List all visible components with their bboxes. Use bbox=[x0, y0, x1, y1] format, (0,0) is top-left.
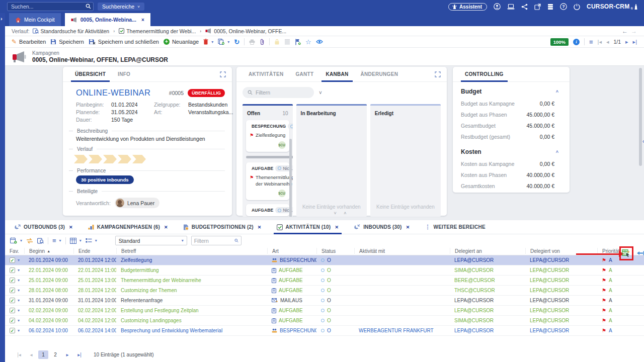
phase-chevron[interactable] bbox=[118, 155, 131, 163]
expand-icon[interactable] bbox=[220, 71, 226, 77]
tab-aenderungen[interactable]: ÄNDERUNGEN bbox=[355, 67, 405, 82]
global-search-input[interactable] bbox=[7, 2, 94, 11]
save-close-button[interactable]: Speichern und schließen bbox=[89, 39, 159, 45]
attachment-button[interactable] bbox=[260, 39, 265, 45]
next-page-icon[interactable]: ▸ bbox=[625, 39, 628, 45]
col-art[interactable]: Art bbox=[267, 248, 316, 254]
search-icon[interactable] bbox=[86, 4, 91, 9]
responsible-person-chip[interactable]: Lena Pauer bbox=[115, 198, 159, 208]
tab-controlling[interactable]: CONTROLLING bbox=[459, 67, 510, 82]
search-areas-button[interactable]: Suchbereiche ˅ bbox=[98, 3, 144, 11]
tab-aktivitaeten[interactable]: AKTIVITÄTEN (10)✕ bbox=[277, 220, 339, 234]
table-view-button[interactable]: ▾ bbox=[70, 238, 82, 244]
logout-icon[interactable] bbox=[574, 4, 580, 10]
row-menu-caret[interactable]: ▾ bbox=[18, 328, 20, 333]
fav-checkbox[interactable]: ✓ bbox=[10, 278, 15, 283]
fav-checkbox[interactable]: ✓ bbox=[10, 328, 15, 333]
main-scrollbar[interactable] bbox=[639, 68, 642, 166]
vertical-scrollbar[interactable] bbox=[289, 139, 292, 217]
watch-button[interactable] bbox=[316, 39, 323, 44]
tab-gantt[interactable]: GANTT bbox=[289, 67, 319, 82]
table-row[interactable]: ✓▾06.02.2024 10:0006.02.2024 14:00Bespre… bbox=[5, 326, 644, 336]
share-icon[interactable] bbox=[521, 4, 528, 10]
fav-checkbox[interactable]: ✓ bbox=[10, 308, 15, 313]
col-betreff[interactable]: Betreff bbox=[116, 248, 267, 254]
last-page-icon[interactable]: ▸| bbox=[633, 39, 637, 45]
list-view-button[interactable]: ▾ bbox=[86, 238, 97, 243]
tab-inbounds[interactable]: INBOUNDS (30)✕ bbox=[354, 220, 410, 234]
copy-button[interactable]: ▾ bbox=[218, 39, 229, 45]
info-icon[interactable]: i bbox=[573, 39, 580, 45]
page-button-1[interactable]: 1 bbox=[38, 350, 48, 359]
layers-button[interactable] bbox=[284, 39, 290, 45]
table-row[interactable]: ✓▾02.02.2024 09:0002.02.2024 12:00Erstel… bbox=[5, 306, 644, 316]
view-select[interactable]: Standard ▾ bbox=[115, 236, 187, 245]
close-icon[interactable]: ✕ bbox=[69, 225, 73, 230]
lock-button[interactable] bbox=[274, 39, 280, 45]
row-menu-caret[interactable]: ▾ bbox=[18, 288, 20, 293]
close-icon[interactable]: ✕ bbox=[335, 225, 339, 230]
page-button-2[interactable]: 2 bbox=[50, 350, 60, 359]
tab-info[interactable]: INFO bbox=[112, 67, 136, 82]
menu-button[interactable]: ≡▾ bbox=[52, 237, 61, 244]
scroll-up-down-icons[interactable]: ˅ ˄ bbox=[334, 211, 349, 216]
group-kosten[interactable]: Kosten˄ bbox=[453, 142, 570, 158]
col-delegiert-an[interactable]: Delegiert an bbox=[450, 248, 525, 254]
fav-checkbox[interactable]: ✓ bbox=[10, 257, 15, 263]
row-menu-caret[interactable]: ▾ bbox=[18, 318, 20, 323]
fav-checkbox[interactable]: ✓ bbox=[10, 318, 15, 323]
table-row[interactable]: ✓▾25.01.2024 09:0025.01.2024 13:00Themen… bbox=[5, 276, 644, 286]
print-button[interactable] bbox=[249, 39, 255, 45]
edit-button[interactable]: ✎ Bearbeiten bbox=[12, 38, 46, 45]
new-record-button[interactable]: + Neuanlage bbox=[164, 39, 199, 45]
database-icon[interactable] bbox=[547, 4, 553, 10]
breadcrumb-item-search[interactable]: Standardsuche für Aktivitäten bbox=[33, 28, 110, 34]
horizontal-scrollbar[interactable] bbox=[246, 156, 293, 158]
device-icon[interactable] bbox=[507, 4, 515, 10]
close-icon[interactable]: ✕ bbox=[406, 225, 410, 230]
favorite-button[interactable]: ☆ bbox=[305, 38, 311, 46]
tab-uebersicht[interactable]: ÜBERSICHT bbox=[69, 67, 112, 82]
close-icon[interactable]: ✕ bbox=[164, 225, 168, 230]
save-button[interactable]: Speichern bbox=[50, 39, 84, 45]
row-menu-caret[interactable]: ▾ bbox=[18, 268, 20, 273]
breadcrumb-item-campaign[interactable]: 0005, Online-Webinar, OFFE... bbox=[205, 28, 286, 34]
close-icon[interactable]: ✕ bbox=[258, 225, 262, 230]
tab-mein-cockpit[interactable]: Mein Cockpit bbox=[9, 13, 61, 26]
refresh-button[interactable]: ↻ bbox=[234, 38, 239, 46]
phase-chevron[interactable] bbox=[74, 155, 88, 163]
new-activity-button[interactable]: ▾ bbox=[10, 237, 22, 244]
col-status[interactable]: Status bbox=[316, 248, 354, 254]
history-back-icon[interactable]: ← bbox=[622, 28, 628, 35]
row-menu-caret[interactable]: ▾ bbox=[18, 308, 20, 313]
prev-page-icon[interactable]: ◂ bbox=[26, 350, 36, 359]
tab-aktivitaeten[interactable]: AKTIVITÄTEN bbox=[243, 67, 289, 82]
table-row[interactable]: ✓▾04.02.2024 09:0004.02.2024 12:00Custom… bbox=[5, 316, 644, 326]
next-page-icon[interactable]: ▸ bbox=[62, 350, 72, 359]
table-row[interactable]: ✓▾31.01.2024 09:0031.01.2024 10:00Refere… bbox=[5, 296, 644, 306]
tab-outbounds[interactable]: OUTBOUNDS (3)✕ bbox=[14, 220, 73, 234]
table-row[interactable]: ✓▾28.01.2024 08:0028.01.2024 12:00Custom… bbox=[5, 286, 644, 296]
close-icon[interactable]: × bbox=[141, 17, 144, 23]
table-row[interactable]: ✓▾22.01.2024 09:0022.01.2024 11:00Budget… bbox=[5, 265, 644, 276]
phase-chevron[interactable] bbox=[132, 155, 146, 163]
expand-sidebar-icon[interactable]: › bbox=[1, 16, 3, 22]
collapse-panel-icon[interactable]: ‹ bbox=[642, 137, 644, 145]
tab-weitere-bereiche[interactable]: ⋮ WEITERE BEREICHE bbox=[425, 220, 485, 234]
zoom-level-badge[interactable]: 100% bbox=[550, 38, 569, 46]
filter-input[interactable] bbox=[194, 238, 234, 244]
row-menu-caret[interactable]: ▾ bbox=[18, 258, 20, 262]
fav-checkbox[interactable]: ✓ bbox=[10, 288, 15, 293]
phase-chevron[interactable] bbox=[89, 155, 102, 163]
open-external-icon[interactable] bbox=[534, 4, 541, 10]
menu-icon[interactable]: ≡ bbox=[589, 38, 593, 46]
col-beginn[interactable]: Beginn▲ bbox=[24, 248, 73, 254]
swap-button[interactable] bbox=[26, 238, 33, 244]
delete-button[interactable]: ▾ bbox=[203, 39, 213, 45]
tab-kanban[interactable]: KANBAN bbox=[319, 67, 354, 82]
first-page-icon[interactable]: |◂ bbox=[598, 39, 602, 45]
row-menu-caret[interactable]: ▾ bbox=[18, 278, 20, 283]
fav-checkbox[interactable]: ✓ bbox=[10, 267, 15, 273]
user-icon[interactable] bbox=[494, 3, 501, 10]
prev-page-icon[interactable]: ◂ bbox=[606, 39, 609, 45]
